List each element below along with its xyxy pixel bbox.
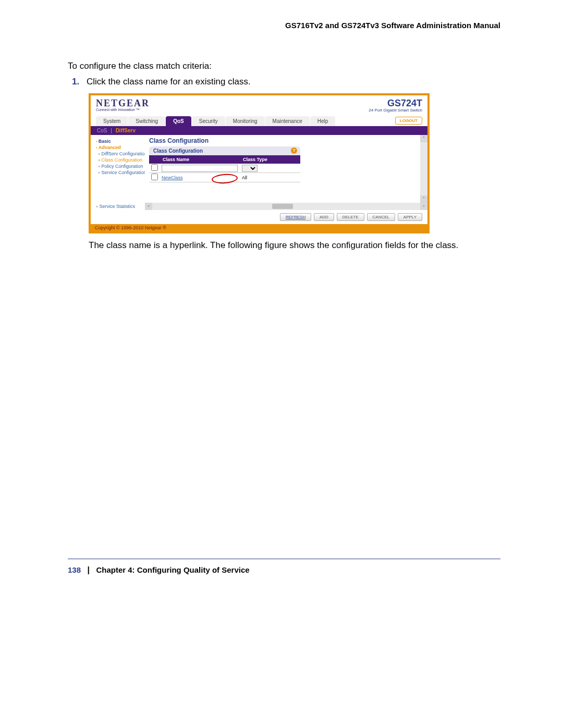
class-config-panel: Class Configuration ? Class Name Class T… (149, 146, 300, 182)
doc-footer: 138 | Chapter 4: Configuring Quality of … (0, 559, 563, 596)
footer-separator: | (87, 565, 89, 574)
copyright-text: Copyright © 1996-2010 Netgear ® (91, 224, 427, 231)
sidebar-advanced[interactable]: ›Advanced (93, 144, 143, 151)
cancel-button[interactable]: CANCEL (367, 213, 395, 221)
chevron-right-icon: » (98, 170, 100, 175)
tab-qos[interactable]: QoS (166, 116, 191, 126)
scroll-left-icon[interactable]: ‹ (145, 203, 152, 210)
doc-header: GS716Tv2 and GS724Tv3 Software Administr… (68, 16, 500, 61)
sidebar-service-stats[interactable]: »Service Statistics (91, 204, 145, 209)
scroll-right-icon[interactable]: › (420, 203, 427, 210)
sidebar: ›Basic ›Advanced »DiffServ Configuration… (91, 135, 145, 203)
main-panel: Class Configuration Class Configuration … (145, 135, 427, 203)
sidebar-service-config[interactable]: »Service Configuration (93, 169, 143, 176)
sidebar-class-config[interactable]: »Class Configuration (93, 157, 143, 163)
th-class-type: Class Type (240, 155, 300, 164)
step-text: Click the class name for an existing cla… (87, 77, 251, 87)
page-number: 138 (68, 565, 81, 574)
chevron-right-icon: » (98, 158, 100, 163)
th-checkbox (149, 155, 160, 164)
post-figure-text: The class name is a hyperlink. The follo… (89, 240, 500, 252)
table-row: NewClass All (149, 173, 300, 182)
tab-security[interactable]: Security (192, 116, 225, 126)
intro-text: To configure the class match criteria: (68, 61, 500, 71)
chapter-title: Chapter 4: Configuring Quality of Servic… (96, 565, 249, 574)
th-class-name: Class Name (160, 155, 240, 164)
scroll-down-icon[interactable]: ˅ (420, 195, 427, 203)
tab-help[interactable]: Help (310, 116, 336, 126)
chevron-right-icon: » (98, 164, 100, 169)
chevron-right-icon: » (98, 152, 100, 156)
netgear-tagline: Connect with Innovation ™ (96, 108, 150, 112)
class-type-value: All (242, 175, 247, 180)
subtab-separator: | (111, 128, 112, 133)
netgear-logo: NETGEAR (96, 98, 150, 108)
add-button[interactable]: ADD (314, 213, 334, 221)
tab-monitoring[interactable]: Monitoring (226, 116, 265, 126)
tab-system[interactable]: System (96, 116, 128, 126)
screenshot-figure: NETGEAR Connect with Innovation ™ GS724T… (89, 93, 430, 233)
main-tabs: System Switching QoS Security Monitoring… (91, 115, 427, 126)
chevron-right-icon: » (96, 204, 98, 209)
horizontal-scrollbar[interactable]: ‹ › (145, 203, 427, 210)
apply-button[interactable]: APPLY (398, 213, 422, 221)
product-name: GS724T (369, 98, 422, 108)
class-name-link[interactable]: NewClass (162, 175, 183, 180)
class-type-select[interactable] (242, 165, 258, 172)
delete-button[interactable]: DELETE (337, 213, 364, 221)
refresh-button[interactable]: REFRESH (280, 213, 311, 221)
row-checkbox[interactable] (151, 174, 158, 180)
sub-tabs: CoS | DiffServ (91, 126, 427, 135)
step-1: 1. Click the class name for an existing … (72, 77, 500, 87)
chevron-right-icon: › (96, 145, 97, 150)
subtab-diffserv[interactable]: DiffServ (116, 128, 136, 133)
table-input-row (149, 164, 300, 173)
tab-switching[interactable]: Switching (128, 116, 165, 126)
netgear-brand: NETGEAR Connect with Innovation ™ (96, 98, 150, 113)
sidebar-basic[interactable]: ›Basic (93, 138, 143, 144)
table-header-row: Class Name Class Type (149, 155, 300, 164)
scroll-up-icon[interactable]: ˄ (420, 135, 427, 142)
step-number: 1. (72, 77, 87, 87)
tab-maintenance[interactable]: Maintenance (265, 116, 310, 126)
panel-subheading: Class Configuration ? (149, 146, 300, 155)
row-select-all-checkbox[interactable] (151, 164, 158, 171)
panel-heading: Class Configuration (145, 135, 427, 145)
chevron-right-icon: › (96, 139, 97, 144)
subtab-cos[interactable]: CoS (97, 128, 107, 133)
help-icon[interactable]: ? (291, 147, 297, 154)
sidebar-policy-config[interactable]: »Policy Configuration (93, 163, 143, 169)
class-name-input[interactable] (162, 165, 238, 172)
sidebar-diffserv-config[interactable]: »DiffServ Configuration (93, 151, 143, 157)
vertical-scrollbar[interactable]: ˄ ˅ (420, 135, 427, 203)
product-tagline: 24 Port Gigabit Smart Switch (369, 108, 422, 113)
logout-button[interactable]: LOGOUT (395, 117, 422, 125)
scroll-thumb[interactable] (272, 204, 293, 209)
action-bar: REFRESH ADD DELETE CANCEL APPLY (91, 210, 427, 224)
product-brand: GS724T 24 Port Gigabit Smart Switch (369, 98, 422, 113)
